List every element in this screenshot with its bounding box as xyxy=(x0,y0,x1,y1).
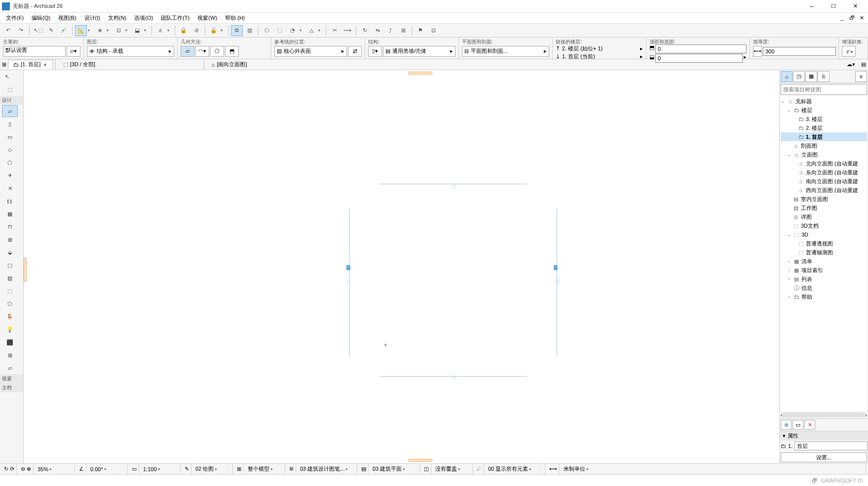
geom-straight-icon[interactable]: ▱ xyxy=(181,46,194,57)
sync-icon[interactable]: ⟳ xyxy=(10,466,14,472)
tab-floorplan[interactable]: 🗀 [1. 首层] × xyxy=(8,60,53,70)
model-value[interactable]: 整个模型 xyxy=(248,465,269,473)
marquee-tool[interactable]: ⬚ xyxy=(2,83,18,95)
unlock-button[interactable]: 🔓 xyxy=(208,25,220,36)
scroll-right-icon[interactable]: › xyxy=(865,412,867,418)
zone-tool[interactable]: ⬚ xyxy=(2,285,18,297)
scale-icon[interactable]: ▭ xyxy=(132,466,137,472)
menu-file[interactable]: 文件(F) xyxy=(2,13,28,23)
guide-button[interactable]: ⬓ xyxy=(131,25,143,36)
suspend-button[interactable]: ⊘ xyxy=(190,25,202,36)
tree-elev-w[interactable]: ⌂西向立面图 (自动重建 xyxy=(781,186,867,195)
reno-value[interactable]: 03 建筑设计图笔... xyxy=(300,465,344,473)
zoom-value[interactable]: 35% xyxy=(38,466,48,472)
tree-worksheet[interactable]: ▧工作图 xyxy=(781,203,867,212)
story-down-icon[interactable]: ⤓ xyxy=(556,53,560,60)
struct-combo[interactable]: ▤ 通用类墙/壳体 ▸ xyxy=(383,46,455,57)
menu-document[interactable]: 文档(N) xyxy=(104,13,130,23)
scale-value[interactable]: 1:100 xyxy=(143,466,157,472)
slab-tool[interactable]: ◇ xyxy=(2,144,18,156)
slant-icon[interactable]: ⫽▾ xyxy=(842,46,856,57)
curtain-tool[interactable]: ▦ xyxy=(2,208,18,220)
trace-button[interactable]: ⧉ xyxy=(231,25,243,36)
default-settings-button[interactable]: 默认设置 xyxy=(3,46,66,57)
multiply-button[interactable]: ⊞ xyxy=(397,25,409,36)
tree-detail[interactable]: ◎详图 xyxy=(781,212,867,221)
dim-icon[interactable]: ⟷ xyxy=(549,466,557,472)
roof-tool[interactable]: ⬠ xyxy=(2,157,18,168)
tab-options-icon[interactable]: ⊞ xyxy=(2,61,6,68)
project-tree[interactable]: ⌄⌂无标题 ⌄🗀楼层 🗀3. 楼层 🗀2. 楼层 🗀1. 首层 ⌂剖面图 ⌄⌂立… xyxy=(781,96,867,411)
tree-axon[interactable]: ⬚普通轴测图 xyxy=(781,248,867,257)
h-scrollbar[interactable] xyxy=(783,412,866,417)
menu-view[interactable]: 视图(B) xyxy=(54,13,80,23)
inject-button[interactable]: 💉 xyxy=(58,25,70,36)
layercombo-value[interactable]: 03 建筑平面 xyxy=(373,465,402,473)
loop-icon[interactable]: ↻ xyxy=(4,466,8,472)
object-tool[interactable]: 🪑 xyxy=(2,311,18,323)
props-header[interactable]: ▾属性 xyxy=(780,431,868,441)
object2-tool[interactable]: ⬛ xyxy=(2,336,18,348)
intersect-button[interactable]: ⋇ xyxy=(94,25,106,36)
tree-list[interactable]: ›▤列表 xyxy=(781,275,867,284)
show-value[interactable]: 00 显示所有元素 xyxy=(488,465,528,473)
menu-help[interactable]: 帮助 (H) xyxy=(221,13,249,23)
tab-close-icon[interactable]: × xyxy=(42,62,47,68)
overlap-icon[interactable]: ◫ xyxy=(424,466,429,472)
nav-layout-icon[interactable]: ▦ xyxy=(805,71,817,82)
nav-publisher-icon[interactable]: ⎘ xyxy=(818,71,830,82)
settings-button[interactable]: 设置... xyxy=(781,452,867,462)
new-view-button[interactable]: ⊕ xyxy=(781,420,792,430)
ruler-button[interactable]: 📐 xyxy=(75,25,87,36)
handle-left[interactable] xyxy=(24,258,27,282)
elevate-button[interactable]: ⤴ xyxy=(384,25,396,36)
geom-trapezoid-icon[interactable]: ⬠ xyxy=(210,46,224,57)
skylight-tool[interactable]: ⬙ xyxy=(2,246,18,258)
top-input[interactable] xyxy=(655,44,747,53)
split-button[interactable]: ✂ xyxy=(329,25,340,36)
tab-elevation[interactable]: ⌂ [南向立面图] xyxy=(206,60,253,70)
undo-button[interactable]: ↶ xyxy=(2,25,14,36)
navigator-toggle-icon[interactable]: ▤ xyxy=(861,61,866,68)
tree-3ddoc[interactable]: ⬚3D文档 xyxy=(781,221,867,230)
unit-value[interactable]: 米制单位 xyxy=(564,465,585,473)
beam-tool[interactable]: ▭ xyxy=(2,131,18,143)
tree-elev[interactable]: ⌄⌂立面图 xyxy=(781,150,867,159)
props-name-input[interactable] xyxy=(794,442,868,450)
redo-button[interactable]: ↷ xyxy=(15,25,27,36)
linked-top[interactable]: 2. 楼层 (始位+ 1) xyxy=(562,45,638,52)
morph-button[interactable]: ⬠ xyxy=(261,25,273,36)
struct-basic-icon[interactable]: ▯▾ xyxy=(368,46,382,57)
minimize-button[interactable]: ─ xyxy=(801,0,823,12)
props-button[interactable]: ▭ xyxy=(793,420,803,430)
maximize-button[interactable]: ☐ xyxy=(823,0,844,12)
tree-section[interactable]: ⌂剖面图 xyxy=(781,141,867,150)
measure-button[interactable]: △ xyxy=(305,25,317,36)
cloud-icon[interactable]: ☁▾ xyxy=(847,61,855,68)
story-up-icon[interactable]: ⤒ xyxy=(556,45,560,52)
nav-search-input[interactable] xyxy=(781,84,867,95)
tree-elev-s[interactable]: ⌂南向立面图 (自动重建 xyxy=(781,177,867,186)
tree-index[interactable]: ›▦项目索引 xyxy=(781,266,867,275)
tree-f3[interactable]: 🗀3. 楼层 xyxy=(781,115,867,123)
opening-tool[interactable]: ▢ xyxy=(2,259,18,271)
overlap-value[interactable]: 没有覆盖 xyxy=(435,465,457,473)
reno-icon[interactable]: ⟱ xyxy=(289,466,294,472)
eyedropper-button[interactable]: ✎ xyxy=(45,25,57,36)
menu-window[interactable]: 视窗(W) xyxy=(193,13,221,23)
menu-options[interactable]: 选项(O) xyxy=(130,13,157,23)
tree-floors[interactable]: ⌄🗀楼层 xyxy=(781,106,867,115)
nav-project-icon[interactable]: ⌂ xyxy=(781,71,793,82)
handle-bottom[interactable] xyxy=(409,459,432,462)
railing-tool[interactable]: ⫿⫿ xyxy=(2,195,18,207)
solid-op-button[interactable]: ◔ xyxy=(287,25,299,36)
drawing-canvas[interactable]: ▽ △ ▷ ◁ × xyxy=(24,70,779,463)
shell-tool[interactable]: ✈ xyxy=(2,169,18,181)
thickness-input[interactable] xyxy=(763,47,836,56)
nav-view-icon[interactable]: ◳ xyxy=(793,71,805,82)
tree-3d[interactable]: ⌄⬚3D xyxy=(781,230,867,239)
tab-3d[interactable]: ⬚ [3D / 全部] xyxy=(58,60,101,70)
tree-sched[interactable]: ›▦清单 xyxy=(781,257,867,266)
tree-intelev[interactable]: ▤室内立面图 xyxy=(781,195,867,203)
close-button[interactable]: ✕ xyxy=(844,0,866,12)
